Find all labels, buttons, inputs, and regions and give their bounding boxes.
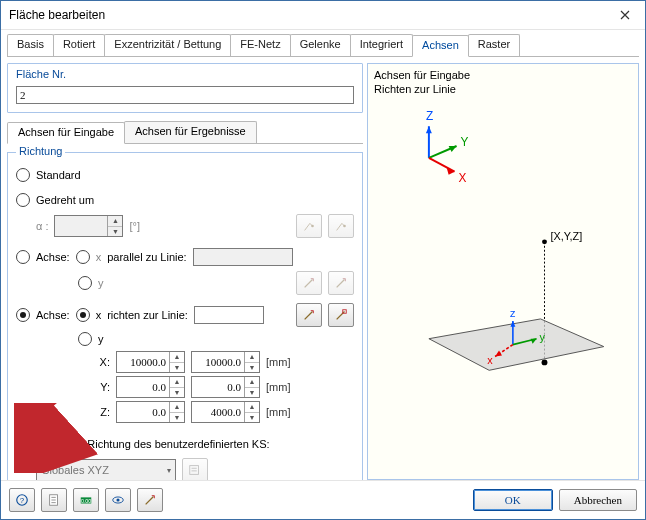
input-Ya[interactable]: ▲▼ [116,376,185,398]
svg-point-1 [343,225,346,228]
preview-point-label: [X,Y,Z] [550,230,582,242]
svg-point-12 [542,359,548,365]
svg-text:0.00: 0.00 [81,498,91,504]
label-parallel-x: x [96,251,102,263]
window-title: Fläche bearbeiten [9,8,637,22]
radio-to-x[interactable] [76,308,90,322]
surface-no-input[interactable] [16,86,354,104]
alpha-input: ▲▼ [54,215,123,237]
label-Z: Z: [88,406,110,418]
unit-Y: [mm] [266,381,296,393]
preview-line2: Richten zur Linie [374,82,470,96]
radio-parallel-x[interactable] [76,250,90,264]
label-rotated: Gedreht um [36,194,94,206]
radio-parallel-y[interactable] [78,276,92,290]
unit-Z: [mm] [266,406,296,418]
unit-X: [mm] [266,356,296,368]
tab-basis[interactable]: Basis [7,34,54,56]
svg-text:?: ? [20,496,25,505]
label-to-x: x [96,309,102,321]
alpha-label: α : [36,220,48,232]
svg-text:Y: Y [461,135,469,149]
pick-alpha-2-icon [328,214,354,238]
tab-achsen[interactable]: Achsen [412,35,469,57]
radio-to-y[interactable] [78,332,92,346]
select-ks: Globales XYZ▾ [36,459,176,480]
input-Xa[interactable]: ▲▼ [116,351,185,373]
pick-alpha-1-icon [296,214,322,238]
label-to-text: richten zur Linie: [107,309,188,321]
input-Za[interactable]: ▲▼ [116,401,185,423]
main-tabs: Basis Rotiert Exzentrizität / Bettung FE… [7,34,639,57]
note-icon[interactable] [41,488,67,512]
tab-gelenke[interactable]: Gelenke [290,34,351,56]
tab-integriert[interactable]: Integriert [350,34,413,56]
label-parallel-y: y [98,277,104,289]
preview-line1: Achsen für Eingabe [374,68,470,82]
tab-fe-netz[interactable]: FE-Netz [230,34,290,56]
tab-exzentrizitaet[interactable]: Exzentrizität / Bettung [104,34,231,56]
svg-text:X: X [459,171,467,185]
label-X: X: [88,356,110,368]
label-parallel-axis: Achse: [36,251,70,263]
svg-text:Z: Z [426,109,433,123]
svg-text:x: x [487,354,493,366]
tab-rotiert[interactable]: Rotiert [53,34,105,56]
label-standard: Standard [36,169,81,181]
label-parallel-text: parallel zu Linie: [107,251,187,263]
radio-standard[interactable] [16,168,30,182]
alpha-unit: [°] [129,220,140,232]
radio-user-ks[interactable] [16,437,30,451]
label-to-axis: Achse: [36,309,70,321]
direction-title: Richtung [16,145,65,157]
cancel-button[interactable]: Abbrechen [559,489,637,511]
svg-text:y: y [540,331,546,343]
label-user-ks: Achsen in Richtung des benutzerdefiniert… [36,438,270,450]
ok-button[interactable]: OK [473,489,553,511]
input-Zb[interactable]: ▲▼ [191,401,260,423]
to-line-input[interactable] [194,306,264,324]
units-icon[interactable]: 0.00 [73,488,99,512]
tab-raster[interactable]: Raster [468,34,520,56]
preview-pane: Achsen für Eingabe Richten zur Linie Z Y… [367,63,639,480]
pick-icon[interactable] [137,488,163,512]
pick-parallel-2-icon [328,271,354,295]
pick-to-1-icon[interactable] [296,303,322,327]
svg-point-0 [311,225,314,228]
surface-no-label: Fläche Nr. [16,68,354,80]
radio-rotated[interactable] [16,193,30,207]
svg-text:z: z [510,307,516,319]
pick-parallel-1-icon [296,271,322,295]
subtab-results[interactable]: Achsen für Ergebnisse [124,121,257,143]
help-icon[interactable]: ? [9,488,35,512]
input-Yb[interactable]: ▲▼ [191,376,260,398]
edit-ks-icon [182,458,208,480]
pick-to-2-icon[interactable] [328,303,354,327]
close-button[interactable] [605,1,645,29]
radio-parallel[interactable] [16,250,30,264]
svg-point-25 [116,498,119,501]
label-to-y: y [98,333,104,345]
svg-rect-3 [190,466,199,475]
svg-line-6 [429,158,455,172]
input-Xb[interactable]: ▲▼ [191,351,260,373]
label-Y: Y: [88,381,110,393]
radio-to-line[interactable] [16,308,30,322]
parallel-line-input [193,248,293,266]
view-icon[interactable] [105,488,131,512]
subtab-input[interactable]: Achsen für Eingabe [7,122,125,144]
